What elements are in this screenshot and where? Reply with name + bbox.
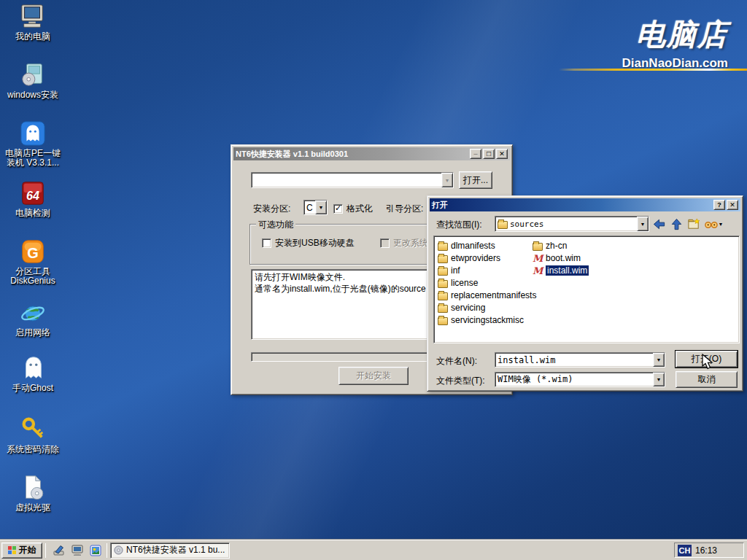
chevron-down-icon[interactable]: ▼ xyxy=(637,217,649,231)
virtual-cdrom-icon xyxy=(19,474,47,502)
show-desktop-icon[interactable] xyxy=(51,542,67,559)
open-dialog-title-bar[interactable]: 打开 xyxy=(430,198,740,211)
desktop-icon-label: 我的电脑 xyxy=(3,32,63,42)
folder-icon xyxy=(438,280,448,288)
view-menu-icon[interactable]: ▼ xyxy=(703,216,724,232)
minimize-icon[interactable] xyxy=(470,149,481,159)
list-item-wim-file-selected[interactable]: install.wim xyxy=(533,265,589,276)
boot-partition-label: 引导分区: xyxy=(386,203,423,215)
new-folder-icon[interactable] xyxy=(686,216,702,232)
file-name-text: servicing xyxy=(451,303,485,313)
folder-icon xyxy=(438,305,448,313)
file-type-label: 文件类型(T): xyxy=(436,375,485,387)
folder-icon xyxy=(533,243,543,251)
install-partition-label: 安装分区: xyxy=(253,203,290,215)
maximize-icon[interactable] xyxy=(483,149,495,159)
list-item-folder[interactable]: replacementmanifests xyxy=(438,289,536,301)
desktop-icon-enable-network[interactable]: 启用网络 xyxy=(3,299,63,338)
desktop-icon-label: 电脑店PE一键 装机 V3.3.1... xyxy=(3,149,63,168)
taskbar-task-button[interactable]: NT6快捷安装器 v1.1 bu... xyxy=(110,542,230,559)
my-computer-icon xyxy=(19,3,47,31)
list-item-folder[interactable]: servicingstackmisc xyxy=(438,314,524,326)
file-name-text: boot.wim xyxy=(546,253,581,263)
open-wim-button[interactable]: 打开... xyxy=(459,171,492,189)
svg-text:64: 64 xyxy=(26,189,39,202)
file-name-text: zh-cn xyxy=(546,241,567,251)
start-install-button: 开始安装 xyxy=(338,367,409,385)
open-file-dialog: 打开 查找范围(I): sources ▼ ▼ dlmanifests etwp… xyxy=(427,195,743,392)
taskbar-separator xyxy=(45,543,46,558)
desktop-icon-my-computer[interactable]: 我的电脑 xyxy=(3,3,63,42)
list-item-folder[interactable]: servicing xyxy=(438,302,485,314)
desktop-icon-diskgenius[interactable]: G 分区工具 DiskGenius xyxy=(3,238,63,286)
desktop-icon-pc-check[interactable]: 64 电脑检测 xyxy=(3,179,63,218)
chevron-down-icon[interactable]: ▼ xyxy=(441,173,453,187)
desktop-icon-pe-installer[interactable]: 电脑店PE一键 装机 V3.3.1... xyxy=(3,120,63,168)
brand-logo-title: 电脑店 xyxy=(622,15,728,55)
file-name-text: servicingstackmisc xyxy=(451,315,524,325)
clock[interactable]: 16:13 xyxy=(695,545,717,556)
system-tray: CH 16:13 xyxy=(674,542,744,558)
chevron-down-icon[interactable]: ▼ xyxy=(653,353,665,367)
start-button[interactable]: 开始 xyxy=(1,542,42,559)
file-name-text: inf xyxy=(451,265,460,276)
folder-icon xyxy=(498,221,508,229)
back-icon[interactable] xyxy=(651,216,667,232)
file-type-combobox[interactable]: WIM映像 (*.wim) ▼ xyxy=(495,372,665,387)
list-item-folder[interactable]: inf xyxy=(438,265,460,276)
desktop-icon-windows-install[interactable]: windows安装 xyxy=(3,61,63,100)
list-item-wim-file[interactable]: boot.wim xyxy=(533,252,581,264)
desktop-icon-label: 系统密码清除 xyxy=(3,445,63,454)
usb-install-checkbox-row[interactable]: 安装到USB移动硬盘 xyxy=(262,237,355,249)
wim-file-icon xyxy=(533,254,543,263)
up-one-level-icon[interactable] xyxy=(668,216,684,232)
list-item-folder[interactable]: zh-cn xyxy=(533,240,567,252)
file-type-value: WIM映像 (*.wim) xyxy=(495,373,653,386)
display-icon[interactable] xyxy=(69,542,85,559)
folder-icon xyxy=(438,317,448,325)
format-checkbox[interactable] xyxy=(333,204,343,214)
file-name-value: install.wim xyxy=(495,355,653,365)
language-indicator[interactable]: CH xyxy=(678,545,692,556)
desktop-icon-label: windows安装 xyxy=(3,90,63,100)
look-in-value: sources xyxy=(510,219,543,229)
file-name-text: replacementmanifests xyxy=(451,290,536,300)
look-in-combobox[interactable]: sources ▼ xyxy=(495,216,649,232)
look-in-label: 查找范围(I): xyxy=(436,219,482,231)
install-partition-combobox[interactable]: C ▼ xyxy=(303,200,328,215)
close-icon[interactable] xyxy=(496,149,508,159)
chevron-down-icon[interactable]: ▼ xyxy=(653,373,665,386)
desktop-icon-label: 虚拟光驱 xyxy=(3,503,63,513)
chevron-down-icon[interactable]: ▼ xyxy=(315,201,327,214)
start-logo-icon xyxy=(8,546,16,554)
chevron-down-icon: ▼ xyxy=(719,222,724,227)
desktop-icon-manual-ghost[interactable]: 手动Ghost xyxy=(3,354,63,393)
wim-path-combobox[interactable]: ▼ xyxy=(251,172,454,188)
help-icon[interactable] xyxy=(713,200,725,210)
desktop-icon-password-clear[interactable]: 系统密码清除 xyxy=(3,416,63,454)
screen-settings-icon[interactable] xyxy=(88,542,104,559)
change-system-checkbox xyxy=(380,238,390,248)
task-button-label: NT6快捷安装器 v1.1 bu... xyxy=(126,544,225,556)
enable-network-icon xyxy=(19,299,47,327)
desktop-icon-label: 启用网络 xyxy=(3,328,63,338)
close-icon[interactable] xyxy=(727,200,738,210)
nt6-title-bar[interactable]: NT6快捷安装器 v1.1 build0301 xyxy=(233,147,510,160)
app-icon xyxy=(114,545,123,555)
list-item-folder[interactable]: license xyxy=(438,277,478,289)
svg-text:G: G xyxy=(27,245,39,261)
taskbar: 开始 NT6快捷安装器 v1.1 bu... CH 16:13 xyxy=(0,540,747,560)
format-checkbox-row[interactable]: 格式化 xyxy=(333,203,373,215)
start-button-label: 开始 xyxy=(19,544,36,556)
list-item-folder[interactable]: dlmanifests xyxy=(438,240,495,252)
open-dialog-title: 打开 xyxy=(432,200,448,211)
file-name-combobox[interactable]: install.wim ▼ xyxy=(495,352,665,368)
desktop-icon-virtual-cdrom[interactable]: 虚拟光驱 xyxy=(3,474,63,513)
cancel-button[interactable]: 取消 xyxy=(676,371,738,388)
pc-check-64-icon: 64 xyxy=(19,179,47,207)
format-checkbox-label: 格式化 xyxy=(347,203,373,215)
usb-install-checkbox[interactable] xyxy=(262,238,271,248)
list-item-folder[interactable]: etwproviders xyxy=(438,252,500,264)
folder-icon xyxy=(438,268,448,276)
open-button[interactable]: 打开(O) xyxy=(676,351,738,368)
